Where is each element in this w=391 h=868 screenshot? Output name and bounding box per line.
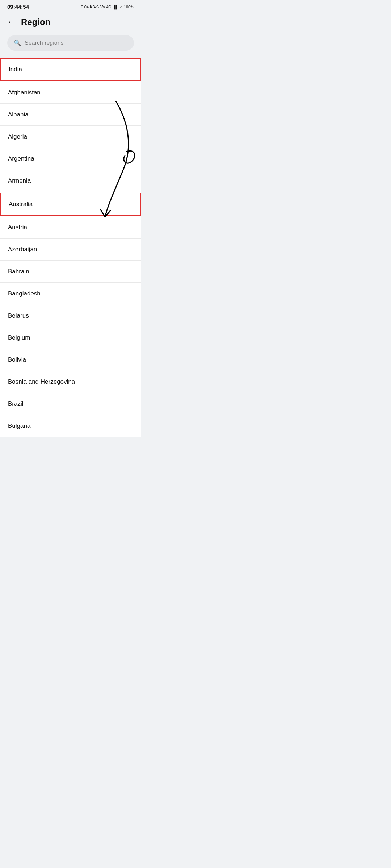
- status-bar: 09:44:54 0.04 KB/S Vo 4G ▐▌ ○ 100%: [0, 0, 141, 12]
- back-button[interactable]: ←: [7, 18, 15, 26]
- list-item[interactable]: Argentina: [0, 148, 141, 170]
- region-list-wrapper: IndiaAfghanistanAlbaniaAlgeriaArgentinaA…: [0, 58, 141, 437]
- list-item[interactable]: Bulgaria: [0, 415, 141, 437]
- region-list: IndiaAfghanistanAlbaniaAlgeriaArgentinaA…: [0, 58, 141, 437]
- header: ← Region: [0, 12, 141, 32]
- network-speed: 0.04 KB/S: [81, 5, 99, 9]
- search-icon: 🔍: [14, 39, 21, 46]
- list-item[interactable]: Afghanistan: [0, 82, 141, 104]
- status-time: 09:44:54: [7, 4, 29, 10]
- signal-icon: ▐▌: [113, 5, 119, 9]
- status-icons: 0.04 KB/S Vo 4G ▐▌ ○ 100%: [81, 5, 134, 9]
- list-item[interactable]: Bangladesh: [0, 283, 141, 305]
- battery-level: 100%: [124, 5, 134, 9]
- list-item[interactable]: Australia: [0, 193, 141, 216]
- list-item[interactable]: India: [0, 58, 141, 81]
- search-input[interactable]: [25, 40, 127, 46]
- list-item[interactable]: Azerbaijan: [0, 239, 141, 261]
- page-title: Region: [21, 17, 50, 27]
- list-item[interactable]: Brazil: [0, 393, 141, 415]
- search-box[interactable]: 🔍: [7, 35, 134, 51]
- list-item[interactable]: Armenia: [0, 170, 141, 192]
- battery-icon: ○: [120, 5, 122, 9]
- list-item[interactable]: Belgium: [0, 327, 141, 349]
- list-item[interactable]: Bahrain: [0, 261, 141, 283]
- search-container: 🔍: [0, 32, 141, 58]
- list-item[interactable]: Austria: [0, 217, 141, 239]
- list-item[interactable]: Belarus: [0, 305, 141, 327]
- list-item[interactable]: Albania: [0, 104, 141, 126]
- network-type: Vo 4G: [100, 5, 112, 9]
- list-item[interactable]: Bosnia and Herzegovina: [0, 371, 141, 393]
- list-item[interactable]: Algeria: [0, 126, 141, 148]
- list-item[interactable]: Bolivia: [0, 349, 141, 371]
